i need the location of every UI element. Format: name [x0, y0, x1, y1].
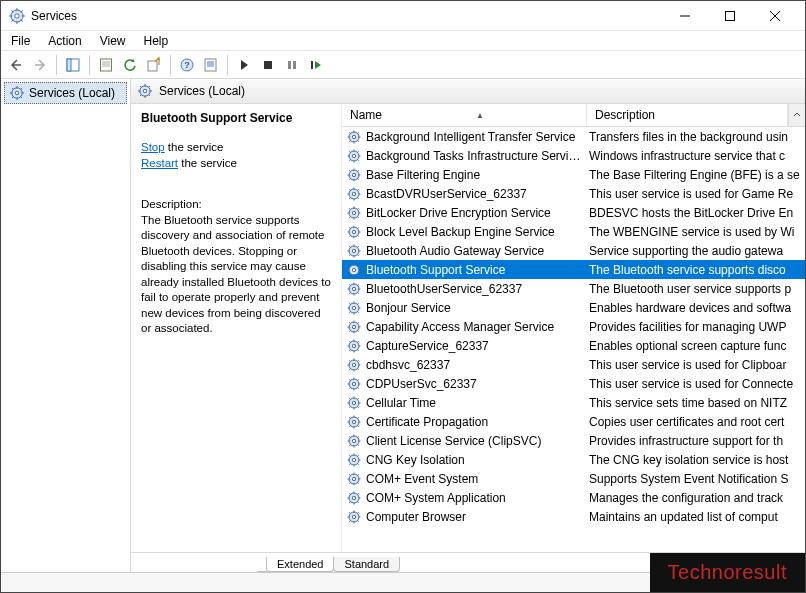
start-service-button[interactable]: [233, 54, 255, 76]
service-name: Capability Access Manager Service: [366, 320, 585, 334]
gear-icon: [346, 357, 362, 373]
service-row[interactable]: Bluetooth Audio Gateway ServiceService s…: [342, 241, 805, 260]
gear-icon: [346, 319, 362, 335]
service-row[interactable]: Bonjour ServiceEnables hardware devices …: [342, 298, 805, 317]
svg-point-1: [15, 13, 19, 17]
svg-text:?: ?: [184, 60, 190, 70]
service-description: This user service is used for Clipboar: [585, 358, 805, 372]
service-row[interactable]: BcastDVRUserService_62337This user servi…: [342, 184, 805, 203]
stop-link[interactable]: Stop: [141, 141, 165, 153]
restart-service-button[interactable]: [305, 54, 327, 76]
service-description: Transfers files in the background usin: [585, 130, 805, 144]
gear-icon: [346, 338, 362, 354]
list-header: Name▲ Description: [342, 104, 805, 127]
service-row[interactable]: Cellular TimeThis service sets time base…: [342, 393, 805, 412]
service-row[interactable]: CDPUserSvc_62337This user service is use…: [342, 374, 805, 393]
svg-point-32: [352, 173, 355, 176]
minimize-button[interactable]: [662, 2, 707, 30]
tab-standard[interactable]: Standard: [333, 557, 400, 572]
export-list-button[interactable]: [143, 54, 165, 76]
service-description: Copies user certificates and root cert: [585, 415, 805, 429]
gear-icon: [346, 186, 362, 202]
svg-rect-21: [293, 61, 296, 69]
gear-icon: [346, 262, 362, 278]
service-row[interactable]: Block Level Backup Engine ServiceThe WBE…: [342, 222, 805, 241]
tab-extended[interactable]: Extended: [266, 557, 334, 572]
service-row[interactable]: Background Tasks Infrastructure ServiceW…: [342, 146, 805, 165]
pause-service-button[interactable]: [281, 54, 303, 76]
gear-icon: [346, 414, 362, 430]
svg-rect-19: [264, 61, 272, 69]
gear-icon: [346, 224, 362, 240]
service-row[interactable]: cbdhsvc_62337This user service is used f…: [342, 355, 805, 374]
svg-point-64: [352, 477, 355, 480]
column-name-header[interactable]: Name▲: [342, 104, 587, 126]
service-row[interactable]: Computer BrowserMaintains an updated lis…: [342, 507, 805, 526]
service-description: The Base Filtering Engine (BFE) is a se: [585, 168, 805, 182]
service-row[interactable]: Client License Service (ClipSVC)Provides…: [342, 431, 805, 450]
svg-point-60: [352, 439, 355, 442]
svg-point-58: [352, 420, 355, 423]
show-hide-tree-button[interactable]: [62, 54, 84, 76]
svg-point-66: [352, 496, 355, 499]
service-row[interactable]: Base Filtering EngineThe Base Filtering …: [342, 165, 805, 184]
sort-indicator-icon: ▲: [476, 111, 484, 120]
titlebar: Services: [1, 1, 805, 31]
back-button[interactable]: [5, 54, 27, 76]
service-name: Cellular Time: [366, 396, 585, 410]
list-body[interactable]: Background Intelligent Transfer ServiceT…: [342, 127, 805, 552]
separator: [89, 55, 90, 75]
restart-link[interactable]: Restart: [141, 157, 178, 169]
service-row[interactable]: Bluetooth Support ServiceThe Bluetooth s…: [342, 260, 805, 279]
refresh-button[interactable]: [119, 54, 141, 76]
service-name: Computer Browser: [366, 510, 585, 524]
restart-service-line: Restart the service: [141, 156, 331, 172]
gear-icon: [346, 167, 362, 183]
service-row[interactable]: Certificate PropagationCopies user certi…: [342, 412, 805, 431]
help-topics-button[interactable]: [200, 54, 222, 76]
main-body: Bluetooth Support Service Stop the servi…: [131, 104, 805, 552]
maximize-button[interactable]: [707, 2, 752, 30]
column-description-header[interactable]: Description: [587, 104, 788, 126]
service-name: Bonjour Service: [366, 301, 585, 315]
services-list: Name▲ Description Background Intelligent…: [341, 104, 805, 552]
service-row[interactable]: CNG Key IsolationThe CNG key isolation s…: [342, 450, 805, 469]
svg-rect-15: [205, 59, 216, 71]
close-button[interactable]: [752, 2, 797, 30]
forward-button[interactable]: [29, 54, 51, 76]
service-name: Bluetooth Support Service: [366, 263, 585, 277]
svg-point-44: [352, 287, 355, 290]
service-name: COM+ Event System: [366, 472, 585, 486]
service-row[interactable]: COM+ System ApplicationManages the confi…: [342, 488, 805, 507]
service-row[interactable]: Capability Access Manager ServiceProvide…: [342, 317, 805, 336]
menu-file[interactable]: File: [3, 32, 38, 50]
service-name: BcastDVRUserService_62337: [366, 187, 585, 201]
svg-point-52: [352, 363, 355, 366]
service-row[interactable]: BitLocker Drive Encryption ServiceBDESVC…: [342, 203, 805, 222]
service-row[interactable]: BluetoothUserService_62337The Bluetooth …: [342, 279, 805, 298]
menu-action[interactable]: Action: [40, 32, 89, 50]
svg-point-54: [352, 382, 355, 385]
service-row[interactable]: CaptureService_62337Enables optional scr…: [342, 336, 805, 355]
stop-service-button[interactable]: [257, 54, 279, 76]
help-button[interactable]: ?: [176, 54, 198, 76]
nav-services-local[interactable]: Services (Local): [4, 82, 127, 104]
menu-help[interactable]: Help: [136, 32, 177, 50]
window-controls: [662, 2, 797, 30]
properties-button[interactable]: [95, 54, 117, 76]
gear-icon: [346, 433, 362, 449]
svg-point-46: [352, 306, 355, 309]
stop-service-line: Stop the service: [141, 140, 331, 156]
svg-point-42: [352, 268, 355, 271]
service-description: Provides infrastructure support for th: [585, 434, 805, 448]
gear-icon: [346, 509, 362, 525]
service-description: This service sets time based on NITZ: [585, 396, 805, 410]
svg-point-62: [352, 458, 355, 461]
svg-point-56: [352, 401, 355, 404]
scroll-up-icon[interactable]: [788, 104, 805, 126]
service-row[interactable]: COM+ Event SystemSupports System Event N…: [342, 469, 805, 488]
menu-view[interactable]: View: [92, 32, 134, 50]
service-row[interactable]: Background Intelligent Transfer ServiceT…: [342, 127, 805, 146]
service-description: Maintains an updated list of comput: [585, 510, 805, 524]
gear-icon: [346, 205, 362, 221]
